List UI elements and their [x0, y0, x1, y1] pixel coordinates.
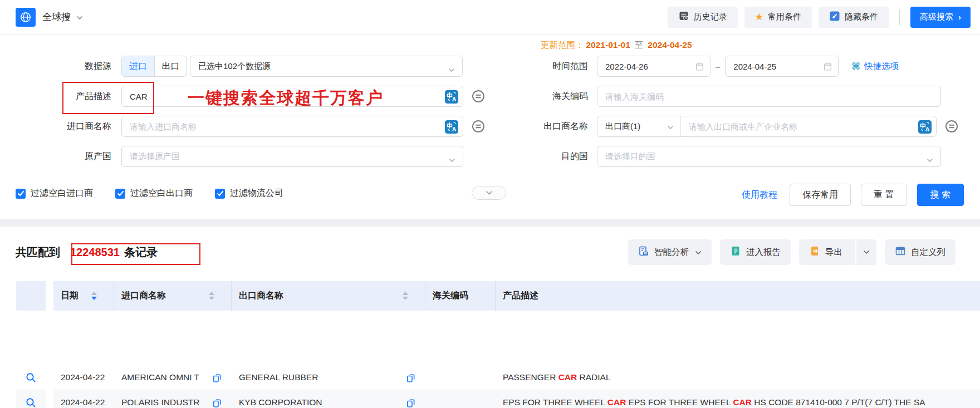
data-source-select[interactable]: 已选中102个数据源 [190, 56, 463, 77]
filter-checkbox-1[interactable]: 过滤空白进口商 [16, 188, 93, 199]
cell-exporter: GENERAL RUBBER [232, 372, 425, 382]
column-header-product_desc: 产品描述 [496, 281, 980, 311]
column-header-date[interactable]: 日期 [53, 281, 114, 311]
column-label: 产品描述 [503, 290, 538, 302]
hide-conditions-button[interactable]: 隐藏条件 [819, 7, 889, 28]
product-desc-label: 产品描述 [0, 91, 111, 102]
bi-analysis-icon: BI [638, 245, 649, 259]
row-main: 2024-04-22AMERICAN OMNI TGENERAL RUBBERP… [53, 365, 980, 390]
exporter-name: KYB CORPORATION [239, 397, 322, 407]
row-main: 2024-04-22POLARIS INDUSTRKYB CORPORATION… [53, 390, 980, 408]
copy-icon[interactable] [212, 398, 222, 407]
translate-icon[interactable]: A [918, 120, 932, 134]
copy-icon[interactable] [406, 398, 415, 407]
filter-checkbox-3[interactable]: 过滤物流公司 [215, 188, 283, 199]
svg-text:A: A [452, 96, 457, 102]
date-start-input[interactable] [597, 56, 710, 76]
tab-export[interactable]: 出口 [154, 56, 187, 76]
match-count: 12248531 [70, 246, 120, 259]
sort-carets-icon[interactable] [209, 292, 214, 300]
calendar-icon[interactable] [695, 62, 704, 73]
smart-analysis-label: 智能分析 [654, 247, 689, 258]
product-desc-input[interactable] [122, 86, 463, 106]
hs-code-input[interactable] [597, 86, 940, 106]
favorites-button[interactable]: ★ 常用条件 [744, 7, 812, 28]
exporter-type-select[interactable]: 出口商(1) [597, 116, 681, 136]
exporter-input[interactable] [681, 116, 936, 136]
report-notebook-icon [730, 245, 741, 259]
history-button[interactable]: 历史记录 [668, 7, 738, 28]
date-end-field [725, 56, 839, 77]
chevron-down-icon [695, 247, 702, 257]
smart-analysis-button[interactable]: BI 智能分析 [628, 239, 712, 265]
column-label: 出口商名称 [239, 290, 283, 302]
quick-options-button[interactable]: ⌘ 快捷选项 [851, 61, 899, 72]
checkbox-checked-icon[interactable] [215, 189, 225, 199]
tutorial-link[interactable]: 使用教程 [742, 189, 777, 201]
match-prefix: 共匹配到 [16, 245, 60, 260]
custom-columns-button[interactable]: 自定义列 [885, 239, 955, 265]
table-header: 日期进口商名称出口商名称海关编码产品描述 [0, 281, 980, 311]
chevron-down-icon [449, 155, 455, 164]
save-favorite-button[interactable]: 保存常用 [790, 184, 851, 206]
cell-exporter: KYB CORPORATION [232, 397, 425, 407]
importer-input[interactable] [122, 116, 463, 136]
sort-carets-icon[interactable] [403, 292, 408, 300]
magnifier-icon[interactable] [26, 372, 36, 383]
topbar: 全球搜 历史记录 ★ 常用条件 隐藏条件 高级搜索 › [0, 0, 980, 35]
exporter-name: GENERAL RUBBER [239, 372, 318, 382]
topbar-actions: 历史记录 ★ 常用条件 隐藏条件 高级搜索 › [668, 7, 971, 28]
translate-icon[interactable]: A [445, 90, 458, 104]
checkbox-checked-icon[interactable] [16, 189, 26, 199]
search-button[interactable]: 搜 索 [917, 184, 964, 206]
column-header-importer[interactable]: 进口商名称 [114, 281, 232, 311]
topbar-divider [899, 9, 900, 25]
calendar-icon[interactable] [823, 62, 832, 73]
chevron-down-icon [927, 155, 933, 164]
cell-product-desc: PASSENGER CAR RADIAL [496, 372, 980, 382]
collapse-panel-button[interactable] [472, 186, 506, 200]
app-logo-icon [16, 8, 36, 27]
export-dropdown-button[interactable] [855, 239, 876, 265]
exporter-type-value: 出口商(1) [605, 121, 640, 132]
app-switcher-chevron-icon[interactable] [76, 12, 83, 22]
copy-icon[interactable] [406, 373, 415, 382]
tab-import[interactable]: 进口 [122, 56, 154, 76]
cell-date: 2024-04-22 [53, 397, 114, 407]
product-desc-field: A [121, 86, 463, 107]
origin-country-select[interactable]: 请选择原产国 [121, 146, 463, 167]
data-source-selected: 已选中102个数据源 [198, 61, 271, 72]
translate-icon[interactable]: A [445, 120, 458, 134]
enter-report-button[interactable]: 进入报告 [720, 239, 791, 265]
update-range-label: 更新范围： [541, 40, 584, 51]
match-mode-icon[interactable] [944, 119, 959, 134]
date-end-input[interactable] [726, 56, 838, 76]
hs-code-label: 海关编码 [477, 91, 588, 102]
filter-checkbox-2[interactable]: 过滤空白出口商 [115, 188, 193, 199]
column-label: 日期 [61, 290, 79, 302]
reset-button[interactable]: 重 置 [861, 184, 906, 206]
time-range-label: 时间范围 [477, 61, 588, 72]
column-header-exporter[interactable]: 出口商名称 [232, 281, 425, 311]
history-label: 历史记录 [694, 12, 727, 22]
magnifier-icon[interactable] [26, 397, 36, 408]
importer-name: POLARIS INDUSTR [121, 397, 199, 407]
update-range-to: 至 [635, 40, 644, 51]
sort-carets-icon[interactable] [91, 292, 97, 300]
match-suffix: 条记录 [124, 245, 158, 260]
importer-field: A [121, 116, 463, 137]
checkbox-checked-icon[interactable] [115, 189, 125, 199]
chevron-down-icon [448, 65, 455, 74]
star-icon: ★ [755, 12, 763, 22]
favorites-label: 常用条件 [768, 12, 801, 22]
column-header-hs_code: 海关编码 [425, 281, 496, 311]
dest-country-label: 目的国 [477, 151, 588, 163]
advanced-search-button[interactable]: 高级搜索 › [910, 7, 971, 28]
date-start-field [597, 56, 710, 77]
match-count-line: 共匹配到 12248531 条记录 [16, 245, 158, 260]
search-panel: 更新范围： 2021-01-01 至 2024-04-25 数据源 进口 出口 … [0, 35, 980, 219]
dest-country-select[interactable]: 请选择目的国 [597, 146, 941, 167]
cell-product-desc: EPS FOR THREE WHEEL CAR EPS FOR THREE WH… [496, 397, 980, 407]
copy-icon[interactable] [212, 373, 222, 382]
export-button[interactable]: 导出 [799, 239, 850, 265]
